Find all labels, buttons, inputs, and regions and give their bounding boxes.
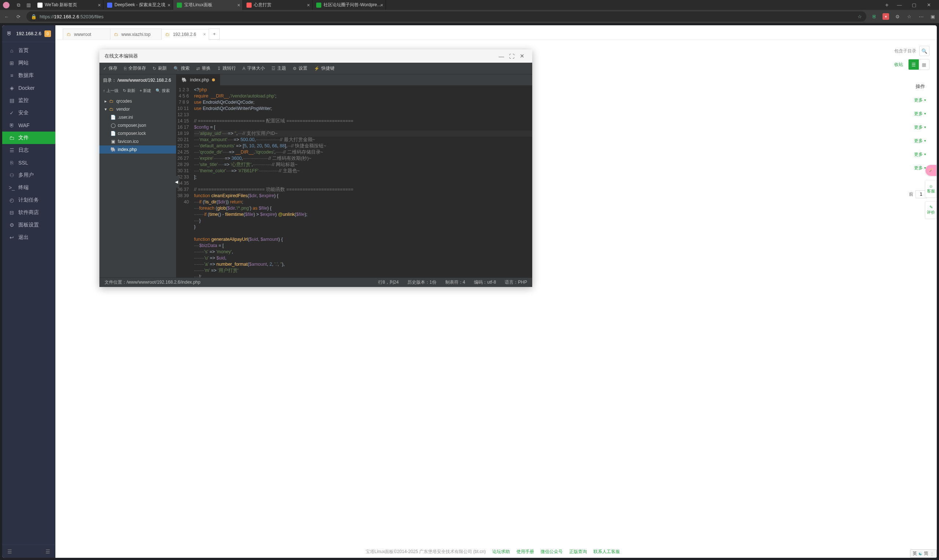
puzzle-icon[interactable]: ⚙: [894, 13, 901, 20]
nav-item[interactable]: ⎘SSL: [2, 157, 56, 169]
maximize-button[interactable]: ▢: [907, 0, 921, 10]
nav-item[interactable]: ⚙面板设置: [2, 219, 56, 231]
collapse-left-icon[interactable]: ☰: [7, 549, 12, 554]
ext-red-icon[interactable]: ✶: [882, 13, 889, 20]
toolbar-button[interactable]: ⚡快捷键: [314, 65, 335, 71]
add-tab-button[interactable]: +: [209, 29, 220, 40]
sidebar-icon[interactable]: ▥: [26, 2, 32, 8]
reload-button[interactable]: ⟳: [15, 13, 22, 20]
browser-tab[interactable]: 宝塔Linux面板×: [173, 0, 243, 10]
nav-item[interactable]: ✓安全: [2, 107, 56, 119]
tree-item[interactable]: ▸🗀qrcodes: [99, 97, 176, 105]
close-icon[interactable]: ×: [380, 2, 383, 8]
fp-new[interactable]: + 新建: [140, 88, 151, 94]
browser-tab[interactable]: DeepSeek - 探索未至之境×: [103, 0, 173, 10]
toolbar-button[interactable]: ↧跳转行: [217, 65, 236, 71]
tree-item[interactable]: ▾🗀vendor: [99, 105, 176, 113]
rate-widget[interactable]: ✎评价: [925, 201, 937, 219]
service-widget[interactable]: ☺客服: [925, 180, 937, 197]
toolbar-button[interactable]: ↻刷新: [153, 65, 167, 71]
ops-row[interactable]: 更多▼: [907, 134, 933, 148]
fp-up[interactable]: ↑ 上一级: [103, 88, 119, 94]
close-icon[interactable]: ×: [168, 2, 171, 8]
status-tab[interactable]: 制表符：4: [445, 279, 466, 286]
ops-row[interactable]: 更多▼: [907, 107, 933, 121]
nav-item[interactable]: ≡数据库: [2, 69, 56, 82]
code-area[interactable]: 1 2 3 4 5 6 7 8 9 10 11 12 13 14 15 16 1…: [176, 85, 532, 277]
close-button[interactable]: ✕: [921, 0, 936, 10]
search-button[interactable]: 🔍: [919, 46, 930, 56]
ime-indicator[interactable]: 英☯简⋮: [910, 549, 937, 558]
nav-item[interactable]: ▤监控: [2, 94, 56, 107]
nav-item[interactable]: ◴计划任务: [2, 194, 56, 206]
nav-item[interactable]: ☰日志: [2, 144, 56, 157]
editor-max-button[interactable]: ⛶: [507, 53, 517, 59]
list-view-button[interactable]: ☰: [908, 59, 919, 70]
trash-link[interactable]: 收站: [892, 60, 905, 69]
footer-link[interactable]: 微信公众号: [541, 549, 563, 554]
nav-item[interactable]: ⊞网站: [2, 57, 56, 69]
shield-ext-icon[interactable]: ⛨: [871, 13, 877, 20]
status-history[interactable]: 历史版本：1份: [407, 279, 436, 286]
toolbar-button[interactable]: A字体大小: [242, 65, 265, 71]
toolbar-button[interactable]: ⎘全部保存: [124, 65, 146, 71]
close-icon[interactable]: ×: [307, 2, 310, 8]
browser-tab[interactable]: 社区论坛圈子问答-Wordpress主题×: [313, 0, 386, 10]
collapse-right-icon[interactable]: ☰: [45, 549, 50, 554]
panel-icon[interactable]: ▣: [930, 13, 936, 20]
ops-row[interactable]: 更多▼: [907, 148, 933, 161]
nav-item[interactable]: ⚇多用户: [2, 169, 56, 182]
nav-item[interactable]: 🗀文件: [2, 132, 56, 144]
browser-tab[interactable]: 心意打赏×: [243, 0, 313, 10]
toolbar-button[interactable]: ⚙设置: [293, 65, 307, 71]
nav-item[interactable]: ◈Docker: [2, 82, 56, 94]
ops-row[interactable]: 更多▼: [907, 121, 933, 134]
bookmark-icon[interactable]: ☆: [857, 14, 862, 19]
tree-item[interactable]: 📄.user.ini: [99, 113, 176, 121]
file-tab[interactable]: 🗀192.168.2.6×: [161, 29, 209, 40]
new-tab-button[interactable]: +: [882, 2, 892, 8]
tree-item[interactable]: 📄composer.lock: [99, 129, 176, 137]
toolbar-button[interactable]: ⇄替换: [196, 65, 211, 71]
footer-link[interactable]: 正版查询: [569, 549, 587, 554]
nav-item[interactable]: >_终端: [2, 182, 56, 194]
file-tab[interactable]: 🗀wwwroot: [63, 29, 110, 40]
fp-search[interactable]: 🔍 搜索: [156, 88, 170, 94]
menu-icon[interactable]: ⋯: [918, 13, 924, 20]
tree-item[interactable]: 🐘index.php: [99, 146, 176, 154]
grid-view-button[interactable]: ▦: [919, 59, 929, 70]
status-encoding[interactable]: 编码：utf-8: [474, 279, 496, 286]
back-button[interactable]: ←: [3, 13, 10, 20]
editor-min-button[interactable]: —: [496, 53, 507, 59]
nav-item[interactable]: ↩退出: [2, 231, 56, 244]
footer-link[interactable]: 使用手册: [517, 549, 534, 554]
notice-badge[interactable]: 0: [45, 31, 51, 37]
tree-item[interactable]: ▣favicon.ico: [99, 137, 176, 146]
url-field[interactable]: 🔒 https:// 192.168.2.6 :52036/files ☆: [26, 11, 867, 22]
browser-tab[interactable]: WeTab 新标签页×: [34, 0, 103, 10]
collapse-handle[interactable]: ◀: [174, 176, 179, 188]
toolbar-button[interactable]: ✓保存: [103, 65, 117, 71]
ops-row[interactable]: 更多▼: [907, 94, 933, 107]
editor-close-button[interactable]: ✕: [517, 53, 527, 59]
file-tab[interactable]: 🗀www.xiazhi.top: [110, 29, 162, 40]
nav-item[interactable]: ⊟软件商店: [2, 206, 56, 219]
toolbar-button[interactable]: ☲主题: [271, 65, 286, 71]
toolbar-button[interactable]: 🔍搜索: [174, 65, 190, 71]
minimize-button[interactable]: —: [892, 0, 907, 10]
editor-titlebar[interactable]: 在线文本编辑器 — ⛶ ✕: [99, 49, 532, 63]
close-icon[interactable]: ×: [98, 2, 101, 8]
fp-refresh[interactable]: ↻ 刷新: [123, 88, 135, 94]
favorites-icon[interactable]: ☆: [906, 13, 913, 20]
tree-item[interactable]: ◯composer.json: [99, 121, 176, 129]
code-content[interactable]: <?phprequire __DIR__.'/vendor/autoload.p…: [192, 85, 532, 277]
footer-link[interactable]: 论坛求助: [492, 549, 510, 554]
footer-link[interactable]: 联系人工客服: [594, 549, 620, 554]
nav-item[interactable]: ⛨WAF: [2, 119, 56, 132]
profile-avatar[interactable]: [3, 2, 9, 8]
ai-widget[interactable]: 🪄: [925, 165, 937, 176]
status-lang[interactable]: 语言：PHP: [505, 279, 527, 286]
nav-item[interactable]: ⌂首页: [2, 45, 56, 57]
close-icon[interactable]: ×: [237, 2, 240, 8]
close-icon[interactable]: ×: [203, 32, 206, 37]
